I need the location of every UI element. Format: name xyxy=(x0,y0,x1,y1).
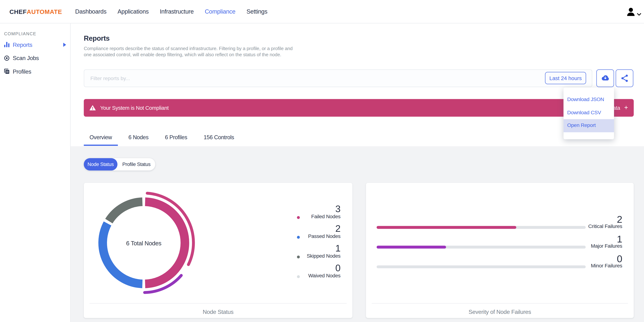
sidebar-item-reports[interactable]: Reports xyxy=(0,38,71,51)
sidebar-section-label: COMPLIANCE xyxy=(4,31,36,36)
failed-count: 3 xyxy=(295,204,340,213)
sidebar-item-profiles[interactable]: Profiles xyxy=(0,64,71,78)
share-button[interactable] xyxy=(616,69,633,87)
filter-bar xyxy=(84,70,592,87)
tab-profiles[interactable]: 6 Profiles xyxy=(159,134,193,146)
nav-applications[interactable]: Applications xyxy=(118,8,148,15)
card-footer-label: Severity of Node Failures xyxy=(366,308,634,315)
chef-automate-logo[interactable]: CHEFAUTOMATE xyxy=(10,0,62,23)
critical-label: Critical Failures xyxy=(588,224,622,229)
nav-compliance[interactable]: Compliance xyxy=(205,8,235,15)
legend-item-waived: 0 Waived Nodes xyxy=(295,264,340,280)
tab-overview[interactable]: Overview xyxy=(84,134,118,146)
waived-count: 0 xyxy=(295,264,340,272)
donut-center-label: 6 Total Nodes xyxy=(91,240,196,246)
sidebar: COMPLIANCE Reports Scan Jobs Profiles xyxy=(0,24,71,322)
logo-chef: CHEF xyxy=(10,8,27,15)
chevron-down-icon[interactable] xyxy=(637,10,641,18)
critical-track xyxy=(377,226,586,229)
sidebar-item-label: Scan Jobs xyxy=(13,54,39,61)
sidebar-item-label: Profiles xyxy=(13,68,31,74)
download-menu: Download JSON Download CSV Open Report xyxy=(564,88,614,139)
tab-nodes[interactable]: 6 Nodes xyxy=(123,134,154,146)
download-button[interactable] xyxy=(596,69,614,87)
card-footer-divider xyxy=(372,303,628,304)
expand-arrow-icon[interactable] xyxy=(63,42,66,47)
scan-target-icon xyxy=(4,55,10,61)
critical-count: 2 xyxy=(588,214,622,224)
tab-controls[interactable]: 156 Controls xyxy=(198,134,240,146)
node-status-card: 6 Total Nodes 3 Failed Nodes 2 Passed No… xyxy=(84,183,352,318)
nav-settings[interactable]: Settings xyxy=(246,8,267,15)
skipped-label: Skipped Nodes xyxy=(295,252,340,260)
menu-item-download-csv[interactable]: Download CSV xyxy=(564,106,614,119)
skipped-count: 1 xyxy=(295,244,340,252)
share-icon xyxy=(621,74,628,82)
time-range-button[interactable]: Last 24 hours xyxy=(545,72,586,84)
warning-icon xyxy=(90,105,96,110)
failed-dot-icon xyxy=(297,216,300,219)
page-title: Reports xyxy=(84,34,110,43)
compliance-banner: Your System is Not Compliant Report Meta… xyxy=(84,99,634,116)
filter-input[interactable] xyxy=(84,70,592,86)
major-label: Major Failures xyxy=(591,243,622,249)
legend-item-failed: 3 Failed Nodes xyxy=(295,204,340,220)
sidebar-item-scan-jobs[interactable]: Scan Jobs xyxy=(0,51,71,65)
severity-card: 2 Critical Failures 1 Major Failures 0 M… xyxy=(366,183,634,318)
critical-failures-row: 2 Critical Failures xyxy=(377,214,622,234)
minor-failures-row: 0 Minor Failures xyxy=(377,254,622,274)
menu-item-open-report[interactable]: Open Report xyxy=(564,119,614,132)
page-description: Compliance reports describe the status o… xyxy=(84,46,293,58)
waived-label: Waived Nodes xyxy=(295,272,340,280)
waived-dot-icon xyxy=(297,275,300,278)
toggle-node-status[interactable]: Node Status xyxy=(84,158,118,170)
nav-infrastructure[interactable]: Infrastructure xyxy=(160,8,194,15)
sidebar-item-label: Reports xyxy=(13,41,32,48)
major-fill xyxy=(377,246,446,248)
passed-dot-icon xyxy=(297,236,300,239)
minor-track xyxy=(377,266,586,268)
skipped-dot-icon xyxy=(297,256,300,258)
passed-label: Passed Nodes xyxy=(295,233,340,240)
expand-plus-icon[interactable]: + xyxy=(624,104,628,111)
main-content: Reports Compliance reports describe the … xyxy=(71,24,644,322)
critical-fill xyxy=(377,226,516,229)
logo-automate: AUTOMATE xyxy=(27,8,62,15)
legend-item-passed: 2 Passed Nodes xyxy=(295,224,340,240)
bar-chart-icon xyxy=(4,42,10,47)
minor-count: 0 xyxy=(591,254,622,264)
legend-item-skipped: 1 Skipped Nodes xyxy=(295,244,340,260)
card-footer-label: Node Status xyxy=(84,308,352,315)
donut-legend: 3 Failed Nodes 2 Passed Nodes 1 Skipped … xyxy=(295,204,340,283)
report-tabs: Overview 6 Nodes 6 Profiles 156 Controls xyxy=(84,134,240,146)
cloud-download-icon xyxy=(600,75,610,81)
major-track xyxy=(377,246,586,248)
profiles-doc-icon xyxy=(4,68,10,74)
nav-dashboards[interactable]: Dashboards xyxy=(75,8,106,15)
banner-message: Your System is Not Compliant xyxy=(100,104,169,111)
card-footer-divider xyxy=(90,303,346,304)
passed-count: 2 xyxy=(295,224,340,233)
minor-label: Minor Failures xyxy=(591,263,622,269)
status-toggle: Node Status Profile Status xyxy=(84,158,156,170)
top-nav: CHEFAUTOMATE Dashboards Applications Inf… xyxy=(0,0,644,24)
major-count: 1 xyxy=(591,234,622,244)
menu-item-download-json[interactable]: Download JSON xyxy=(564,93,614,106)
failed-label: Failed Nodes xyxy=(295,213,340,220)
toggle-profile-status[interactable]: Profile Status xyxy=(118,162,156,167)
user-icon[interactable] xyxy=(627,7,635,18)
major-failures-row: 1 Major Failures xyxy=(377,234,622,254)
main-nav: Dashboards Applications Infrastructure C… xyxy=(75,0,267,23)
